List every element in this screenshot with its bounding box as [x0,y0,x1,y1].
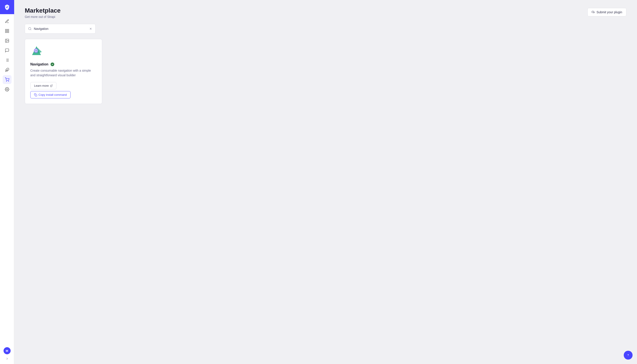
svg-line-19 [30,30,31,30]
submit-plugin-label: Submit your plugin [596,10,622,14]
plugin-actions: Learn more Copy install command [30,82,97,98]
help-icon [626,353,630,357]
page-header: Marketplace Get more out of Strapi Submi… [14,0,637,24]
external-link-icon [50,84,53,87]
user-avatar[interactable]: M [4,347,10,354]
plugin-name: Navigation [30,62,48,66]
search-bar [25,24,96,34]
sidebar-item-content-manager[interactable] [3,17,12,26]
svg-point-15 [8,81,9,82]
main-content: Marketplace Get more out of Strapi Submi… [14,0,637,364]
copy-icon [34,93,37,96]
page-title: Marketplace [25,7,60,14]
plugins-grid: Navigation Create consumable navigation … [25,39,626,104]
sidebar-item-marketplace[interactable] [3,75,12,84]
svg-point-14 [6,81,7,82]
search-icon [28,27,32,30]
learn-more-label: Learn more [34,84,49,87]
svg-line-28 [51,85,52,86]
svg-rect-2 [5,32,7,33]
learn-more-button[interactable]: Learn more [30,82,56,89]
search-input[interactable] [32,27,89,30]
svg-point-30 [628,356,628,356]
svg-rect-0 [5,30,7,31]
plugin-card-navigation: Navigation Create consumable navigation … [25,39,102,104]
copy-install-button[interactable]: Copy install command [30,91,70,98]
svg-rect-1 [7,30,9,31]
header-title-group: Marketplace Get more out of Strapi [25,7,60,18]
page-subtitle: Get more out of Strapi [25,15,60,18]
sidebar-item-content-type-builder[interactable] [3,26,12,36]
copy-install-label: Copy install command [38,93,67,96]
plugin-logo-navigation [30,44,44,58]
sidebar-item-internationalization[interactable] [3,46,12,55]
sidebar-item-list[interactable] [3,56,12,64]
svg-point-16 [6,89,8,90]
search-clear-button[interactable] [89,27,92,30]
svg-rect-3 [7,32,9,33]
upload-icon [592,10,595,14]
plugin-verified-icon [50,62,55,66]
content-area: Navigation Create consumable navigation … [14,24,637,114]
svg-point-5 [6,40,6,40]
sidebar-item-media-library[interactable] [3,36,12,45]
plugin-description: Create consumable navigation with a simp… [30,68,97,78]
help-button[interactable] [624,351,632,360]
sidebar: M [0,0,14,364]
plugin-name-row: Navigation [30,62,97,66]
sidebar-logo[interactable] [0,0,14,14]
sidebar-bottom: M [0,344,14,364]
svg-point-25 [36,50,37,51]
svg-point-18 [28,28,31,30]
sidebar-navigation [0,14,14,344]
sidebar-expand-button[interactable] [4,356,10,361]
submit-plugin-button[interactable]: Submit your plugin [588,8,626,16]
sidebar-item-settings[interactable] [3,85,12,94]
svg-rect-29 [35,94,37,96]
sidebar-item-plugins[interactable] [3,66,12,74]
